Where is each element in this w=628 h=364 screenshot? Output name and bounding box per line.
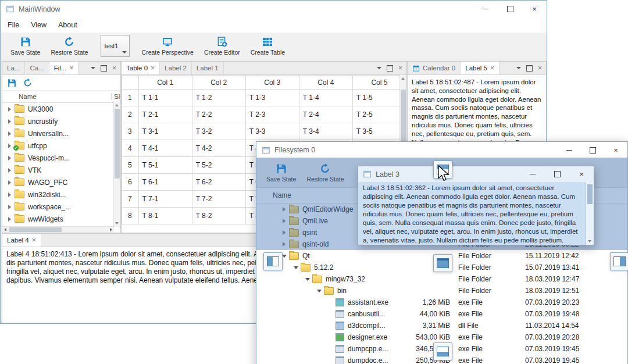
expander-icon[interactable] [305, 278, 310, 281]
row-number[interactable]: 2 [122, 106, 139, 123]
expander-icon[interactable] [8, 107, 11, 112]
row-number[interactable]: 1 [122, 90, 139, 106]
dock-right-indicator[interactable] [610, 252, 628, 270]
table-cell[interactable]: T 8-1 [138, 208, 192, 224]
row-number[interactable]: 4 [122, 140, 139, 157]
expander-icon[interactable] [294, 266, 298, 269]
dock-left-indicator[interactable] [263, 252, 283, 270]
filesystem-titlebar[interactable]: Filesystem 0 × [256, 142, 627, 158]
scrollbar-thumb[interactable] [9, 227, 62, 232]
expander-icon[interactable] [317, 290, 322, 292]
label3-window[interactable]: Label 3 × Label 3 18:51:02:362 - Lorem i… [358, 166, 594, 245]
column-header[interactable]: Col 4 [299, 76, 352, 90]
close-icon[interactable]: × [112, 65, 116, 72]
tabs-menu-icon[interactable] [377, 67, 381, 69]
expander-icon[interactable] [8, 205, 11, 209]
create-table-button[interactable]: Create Table [245, 33, 290, 59]
maximize-button[interactable] [545, 166, 569, 182]
tree-item[interactable]: win32diski... [2, 188, 120, 201]
close-icon[interactable]: × [151, 65, 155, 72]
file-row[interactable]: designer.exe543,00 KiBexe File07.03.2019… [256, 331, 627, 343]
file-row[interactable]: binFile Folder18.03.2019 12:51 [256, 285, 627, 297]
restore-state-button[interactable]: Restore State [45, 33, 93, 59]
expander-icon[interactable] [8, 144, 11, 148]
file-row[interactable]: assistant.exe1,26 MiBexe File07.03.2019 … [256, 297, 627, 308]
table-cell[interactable]: T 3-1 [138, 123, 192, 140]
tabs-menu-icon[interactable] [516, 67, 521, 69]
tab-table-0[interactable]: Table 0 × [122, 62, 160, 74]
table-cell[interactable]: T 4-1 [138, 140, 192, 157]
scroll-down-icon[interactable] [115, 222, 119, 224]
maximize-button[interactable] [581, 142, 604, 158]
create-perspective-button[interactable]: Create Perspective [137, 33, 199, 59]
table-cell[interactable]: T 3-3 [245, 123, 299, 140]
menu-file[interactable]: File [2, 19, 25, 31]
close-button[interactable]: × [569, 166, 594, 182]
table-cell[interactable]: T 6-2 [192, 174, 245, 191]
scroll-down-icon[interactable] [588, 240, 591, 242]
expander-icon[interactable] [8, 217, 11, 222]
name-column-header[interactable]: Name [2, 93, 37, 100]
expander-icon[interactable] [8, 131, 11, 136]
column-header[interactable]: Col 3 [245, 76, 299, 90]
scrollbar-thumb[interactable] [587, 184, 593, 204]
row-number[interactable]: 5 [122, 157, 139, 174]
table-cell[interactable]: T 3-2 [192, 123, 245, 140]
scroll-right-icon[interactable] [110, 228, 112, 231]
file-row[interactable]: d3dcompil...3,31 MiBdll File11.03.2014 1… [256, 320, 627, 331]
table-cell[interactable]: T 6-1 [138, 174, 192, 191]
create-editor-button[interactable]: Create Editor [199, 33, 245, 59]
maximize-button[interactable] [498, 1, 522, 17]
tab-calendar-dock[interactable]: Ca... [25, 62, 49, 74]
table-cell[interactable]: T 5-1 [138, 157, 192, 174]
close-icon[interactable]: × [69, 65, 73, 72]
reload-icon[interactable] [23, 78, 33, 88]
file-row[interactable]: mingw73_32File Folder18.03.2019 12:47 [256, 273, 627, 285]
row-number[interactable]: 7 [122, 191, 139, 208]
column-header[interactable]: Col 1 [138, 76, 192, 90]
table-cell[interactable]: T 8-2 [192, 208, 245, 224]
file-row[interactable]: canbusutil...44,00 KiBexe File07.03.2019… [256, 308, 627, 320]
tree-item[interactable]: workspace_... [2, 201, 120, 213]
table-cell[interactable]: T 2-3 [245, 106, 299, 123]
tree-item[interactable]: wwWidgets [2, 213, 120, 225]
close-icon[interactable]: × [490, 65, 494, 72]
scroll-up-icon[interactable] [115, 104, 119, 106]
tab-label-dock[interactable]: La... [2, 62, 25, 74]
detach-icon[interactable] [526, 65, 533, 72]
main-titlebar[interactable]: MainWindow × [1, 1, 547, 17]
detach-icon[interactable] [387, 65, 393, 72]
dock-center-indicator[interactable] [433, 254, 452, 272]
tree-item[interactable]: Vespucci-m... [2, 152, 120, 164]
close-icon[interactable]: × [398, 65, 402, 72]
table-cell[interactable]: T 7-2 [192, 191, 245, 208]
table-cell[interactable]: T 1-1 [138, 90, 192, 106]
dock-bottom-indicator[interactable] [433, 342, 452, 361]
perspective-dropdown[interactable]: test1 [101, 35, 130, 57]
table-cell[interactable]: T 2-5 [352, 106, 406, 123]
tree-item[interactable]: UniversalIn... [2, 127, 120, 140]
expander-icon[interactable] [8, 119, 11, 124]
tab-label-1[interactable]: Label 1 [192, 62, 224, 74]
label3-titlebar[interactable]: Label 3 × [358, 166, 594, 182]
save-icon[interactable] [7, 78, 17, 88]
tree-item[interactable]: UK3000 [2, 103, 120, 115]
table-cell[interactable]: T 5-2 [192, 157, 245, 174]
scroll-left-icon[interactable] [4, 228, 6, 231]
table-cell[interactable]: T 2-1 [138, 106, 192, 123]
expander-icon[interactable] [8, 192, 11, 197]
row-number[interactable]: 3 [122, 123, 139, 140]
vertical-scrollbar[interactable] [586, 182, 594, 245]
close-icon[interactable]: × [538, 65, 542, 72]
tree-item[interactable]: WAGO_PFC [2, 176, 120, 188]
detach-icon[interactable] [101, 65, 107, 72]
column-header[interactable]: Col 2 [192, 76, 245, 90]
close-icon[interactable]: × [32, 237, 36, 244]
table-cell[interactable]: T 2-2 [192, 106, 245, 123]
row-number[interactable]: 8 [122, 208, 139, 224]
tab-calendar-0[interactable]: Calendar 0 [408, 62, 461, 74]
minimize-button[interactable] [520, 166, 545, 182]
tree-item[interactable]: VTK [2, 164, 120, 176]
tabs-menu-icon[interactable] [91, 67, 95, 69]
table-cell[interactable]: T 7-1 [138, 191, 192, 208]
